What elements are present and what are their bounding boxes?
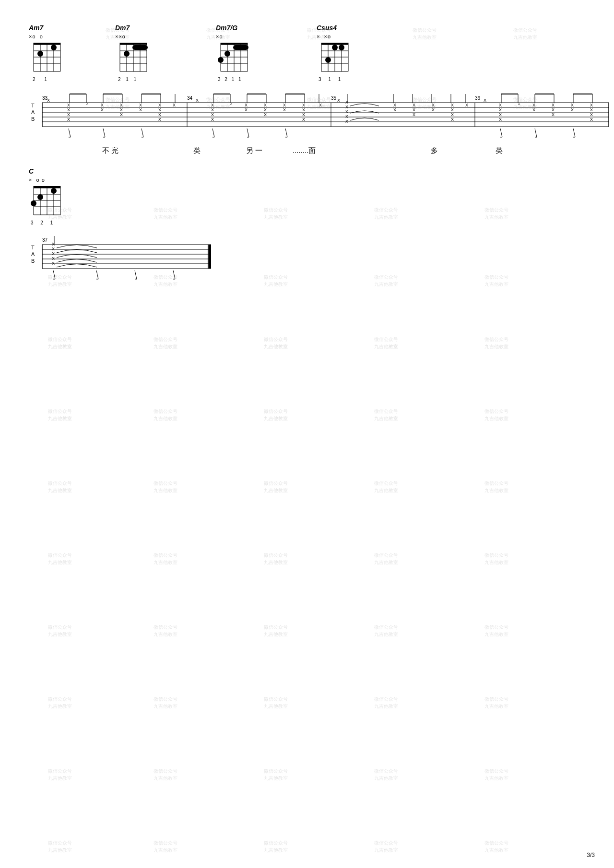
watermark: 微信公众号九吉他教室 [484,551,508,566]
svg-text:X: X [120,112,123,117]
svg-text:X: X [139,103,142,107]
svg-text:X: X [211,117,214,122]
tab-row-2: T A B 37 X X X X X [29,231,595,291]
page-number: 3/3 [587,852,595,858]
svg-text:X: X [67,103,70,107]
chord-csus4: Csus4 × ×o 3 1 1 [317,24,350,82]
svg-point-39 [224,51,230,57]
svg-line-100 [69,129,71,137]
svg-text:X: X [264,112,267,117]
svg-text:X: X [158,107,161,112]
watermark: 微信公众号九吉他教室 [374,551,398,566]
svg-text:X: X [451,112,454,117]
chord-csus4-name: Csus4 [317,24,350,32]
svg-text:X: X [52,261,55,266]
svg-text:X: X [345,119,348,124]
svg-text:X: X [413,107,415,112]
svg-text:X: X [571,107,574,112]
svg-line-136 [247,129,249,137]
chord-c: C × o o 3 2 1 [29,167,62,225]
watermark: 微信公众号九吉他教室 [154,551,177,566]
watermark: 微信公众号九吉他教室 [374,408,398,422]
svg-text:A: A [31,109,35,115]
chord-am7-fingers: 2 1 [33,77,62,82]
svg-rect-18 [120,43,147,45]
svg-text:X: X [432,103,435,107]
svg-text:X: X [211,107,214,112]
watermark: 微信公众号九吉他教室 [374,695,398,710]
watermark: 微信公众号九吉他教室 [48,767,72,782]
svg-text:X: X [499,112,502,117]
chord-am7-diagram [29,40,62,75]
svg-line-229 [53,270,55,279]
svg-point-52 [332,45,338,50]
svg-text:X: X [465,103,468,107]
svg-text:X: X [283,103,286,107]
svg-text:X: X [552,107,555,112]
svg-text:X: X [451,103,454,107]
svg-line-104 [142,129,143,137]
svg-line-190 [500,129,502,137]
svg-point-208 [37,194,43,200]
svg-text:X: X [337,98,340,103]
svg-text:X: X [245,103,248,107]
svg-line-231 [96,270,98,279]
svg-text:X: X [393,103,396,107]
svg-text:X: X [345,109,348,114]
svg-text:X: X [173,103,176,107]
svg-point-209 [51,188,57,194]
svg-text:X: X [345,114,348,119]
svg-text:X: X [67,117,70,122]
svg-point-207 [31,200,36,206]
svg-rect-5 [34,43,60,45]
svg-point-53 [339,45,344,50]
chord-dm7g: Dm7/G ×o 3 2 1 1 [216,24,249,82]
svg-text:34: 34 [187,95,193,101]
svg-text:X: X [196,98,199,103]
watermark: 微信公众号九吉他教室 [264,480,288,494]
watermark: 微信公众号九吉他教室 [154,767,177,782]
watermark: 微信公众号九吉他教室 [484,695,508,710]
svg-text:X: X [499,107,502,112]
svg-text:X: X [432,107,435,112]
svg-text:X: X [52,256,55,261]
watermark: 微信公众号九吉他教室 [154,408,177,422]
svg-text:X: X [158,112,161,117]
chord-am7: Am7 ×o o [29,24,62,82]
svg-text:X: X [590,112,593,117]
svg-text:X: X [302,103,305,107]
svg-text:X: X [552,112,555,117]
watermark: 微信公众号九吉他教室 [484,767,508,782]
watermark: 微信公众号九吉他教室 [48,336,72,350]
chord-csus4-fingers: 3 1 1 [319,77,350,82]
svg-line-235 [173,270,175,279]
svg-text:X: X [590,117,593,122]
watermark: 微信公众号九吉他教室 [484,408,508,422]
svg-rect-24 [132,45,148,50]
watermark: 微信公众号九吉他教室 [154,336,177,350]
chord-row-2: C × o o 3 2 1 [29,167,595,226]
tab-row-1: T A B 33 34 35 36 X X X [29,89,595,149]
chord-am7-markers: ×o o [29,34,62,39]
svg-rect-201 [34,186,60,188]
watermark: 微信公众号九吉他教室 [264,623,288,638]
svg-text:A: A [31,251,35,257]
svg-text:37: 37 [42,237,48,243]
svg-text:36: 36 [475,95,481,101]
svg-text:X: X [120,107,123,112]
svg-point-25 [124,51,130,57]
svg-text:X: X [67,107,70,112]
svg-text:X: X [245,107,248,112]
watermark: 微信公众号九吉他教室 [374,336,398,350]
svg-text:^: ^ [518,103,520,107]
svg-text:X: X [67,112,70,117]
watermark: 微信公众号九吉他教室 [374,839,398,854]
svg-text:X: X [139,107,142,112]
svg-point-38 [218,57,224,63]
svg-text:X: X [499,103,502,107]
svg-text:X: X [499,117,502,122]
tab-staff-1: T A B 33 34 35 36 X X X [29,89,614,147]
svg-text:35: 35 [331,95,337,101]
svg-line-138 [285,129,287,137]
watermark: 微信公众号九吉他教室 [484,839,508,854]
